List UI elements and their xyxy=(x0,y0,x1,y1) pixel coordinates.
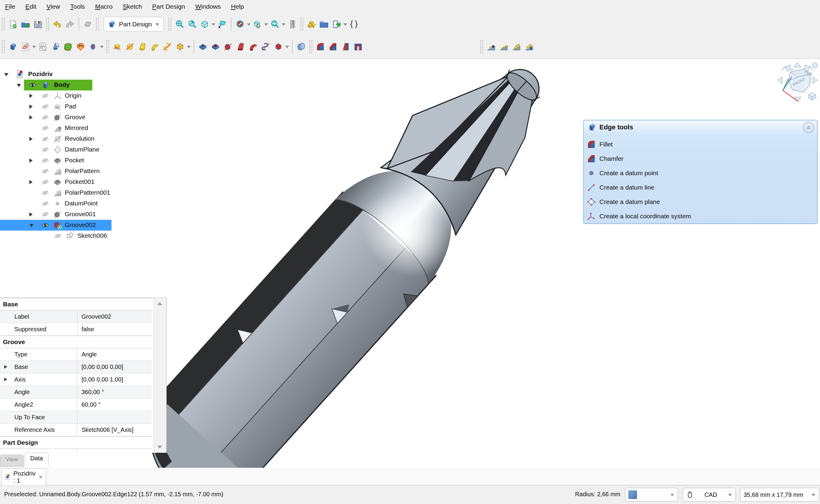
pocket-button[interactable] xyxy=(196,39,209,55)
nav-mini-cube[interactable] xyxy=(809,93,816,100)
validate-sketch-button[interactable] xyxy=(37,39,49,55)
tree-item-datumplane[interactable]: DatumPlane xyxy=(0,144,168,155)
navigation-style-selector[interactable]: CAD xyxy=(683,488,736,502)
navigation-cube[interactable]: TOP FRONT xyxy=(775,61,820,106)
tree-item-groove001[interactable]: Groove001 xyxy=(0,209,168,220)
additive-helix-button[interactable] xyxy=(161,39,174,55)
property-value[interactable]: Angle xyxy=(77,348,152,361)
new-document-button[interactable] xyxy=(7,16,19,32)
tree-item-pocket[interactable]: Pocket xyxy=(0,155,168,166)
expression-editor-button[interactable] xyxy=(348,16,360,32)
tree-item-pocket001[interactable]: Pocket001 xyxy=(0,177,168,187)
property-value[interactable]: false xyxy=(77,323,152,335)
property-value[interactable]: [0,00 0,00 1,00] xyxy=(77,373,152,386)
property-value[interactable] xyxy=(77,411,152,423)
measure-button[interactable] xyxy=(286,16,299,32)
expander-icon[interactable] xyxy=(29,180,33,184)
property-value[interactable]: Groove002 xyxy=(77,311,152,323)
nav-arrow-left[interactable] xyxy=(777,77,782,84)
chevron-down-icon[interactable] xyxy=(186,39,191,55)
style-selector[interactable] xyxy=(625,488,678,502)
additive-loft-button[interactable] xyxy=(136,39,149,55)
chamfer-tool-item[interactable]: Chamfer xyxy=(587,152,797,165)
chamfer-button[interactable] xyxy=(327,39,339,55)
redo-button[interactable] xyxy=(63,16,76,32)
polar-pattern-button[interactable] xyxy=(510,39,523,55)
shape-binder-button[interactable] xyxy=(62,39,74,55)
subtractive-helix-button[interactable] xyxy=(260,39,272,55)
menu-tools[interactable]: Tools xyxy=(65,0,90,13)
chevron-down-icon[interactable] xyxy=(281,16,286,32)
nav-cube-body[interactable]: TOP FRONT xyxy=(788,69,813,92)
document-tab-pozidriv[interactable]: Pozidriv : 1 xyxy=(1,468,46,485)
expander-icon[interactable] xyxy=(4,365,7,369)
chevron-down-icon[interactable] xyxy=(32,39,37,55)
draw-style-button[interactable] xyxy=(269,16,281,32)
group-button[interactable] xyxy=(318,16,330,32)
menu-view[interactable]: View xyxy=(41,0,65,13)
scroll-down-icon[interactable] xyxy=(157,446,162,449)
additive-pipe-button[interactable] xyxy=(149,39,161,55)
box-selection-button[interactable] xyxy=(251,16,264,32)
toolbar-grip[interactable] xyxy=(300,18,303,31)
boolean-button[interactable] xyxy=(295,39,308,55)
clipping-plane-button[interactable] xyxy=(234,16,246,32)
create-datum-line-item[interactable]: Create a datum line xyxy=(587,181,797,194)
mirrored-button[interactable] xyxy=(485,39,497,55)
revolution-button[interactable] xyxy=(123,39,136,55)
view-dimensions-selector[interactable]: 35,68 mm x 17,79 mm xyxy=(740,488,819,502)
toolbar-grip[interactable] xyxy=(480,40,483,53)
clone-button[interactable] xyxy=(74,39,87,55)
tab-view[interactable]: View xyxy=(0,455,24,467)
toolbar-grip[interactable] xyxy=(46,18,49,31)
create-datum-point-item[interactable]: Create a datum point xyxy=(587,167,797,180)
save-button[interactable] xyxy=(32,16,44,32)
menu-edit[interactable]: Edit xyxy=(20,0,41,13)
toolbar-grip[interactable] xyxy=(2,18,5,31)
property-value[interactable]: Sketch006 [V_Axis] xyxy=(77,424,152,436)
close-icon[interactable] xyxy=(39,474,43,480)
open-document-button[interactable] xyxy=(19,16,32,32)
toolbar-grip[interactable] xyxy=(309,40,312,53)
tree-item-mirrored[interactable]: Mirrored xyxy=(0,123,168,134)
nav-circle-button[interactable] xyxy=(812,63,818,68)
thickness-button[interactable] xyxy=(352,39,364,55)
scroll-up-icon[interactable] xyxy=(157,302,162,305)
property-value[interactable]: [0,00 0,00 0,00] xyxy=(77,361,152,373)
refresh-button[interactable] xyxy=(81,16,94,32)
tree-item-body[interactable]: Body xyxy=(0,80,168,90)
tree-item-revolution[interactable]: Revolution xyxy=(0,134,168,144)
expander-icon[interactable] xyxy=(4,73,8,76)
expander-icon[interactable] xyxy=(29,137,33,141)
toolbar-grip[interactable] xyxy=(168,18,171,31)
tree-item-polarpattern001[interactable]: PolarPattern001 xyxy=(0,187,168,198)
tree-item-pad[interactable]: Pad xyxy=(0,101,168,112)
nav-arrow-up[interactable] xyxy=(794,62,801,67)
fillet-button[interactable] xyxy=(314,39,327,55)
tree-item-sketch006[interactable]: Sketch006 xyxy=(0,231,168,241)
fillet-tool-item[interactable]: Fillet xyxy=(587,138,797,151)
menu-sketch[interactable]: Sketch xyxy=(118,0,147,13)
tree-item-datumpoint[interactable]: DatumPoint xyxy=(0,198,168,209)
toolbar-grip[interactable] xyxy=(2,40,5,53)
create-body-button[interactable] xyxy=(7,39,19,55)
tree-item-pozidriv[interactable]: Pozidriv xyxy=(0,69,168,80)
expander-icon[interactable] xyxy=(29,94,33,98)
make-link-button[interactable] xyxy=(330,16,343,32)
property-value[interactable]: 360,00 ° xyxy=(77,386,152,398)
chevron-down-icon[interactable] xyxy=(343,16,348,32)
draft-button[interactable] xyxy=(339,39,352,55)
expander-icon[interactable] xyxy=(4,378,7,381)
fit-selection-button[interactable] xyxy=(186,16,198,32)
chevron-down-icon[interactable] xyxy=(246,16,251,32)
menu-file[interactable]: File xyxy=(0,0,20,13)
menu-windows[interactable]: Windows xyxy=(190,0,226,13)
linear-pattern-button[interactable] xyxy=(497,39,510,55)
tree-item-origin[interactable]: Origin xyxy=(0,90,168,101)
property-group-base[interactable]: Base xyxy=(0,298,152,311)
menu-macro[interactable]: Macro xyxy=(90,0,117,13)
multitransform-button[interactable] xyxy=(523,39,535,55)
toolbar-grip[interactable] xyxy=(96,18,99,31)
additive-primitive-button[interactable] xyxy=(174,39,186,55)
expander-icon[interactable] xyxy=(29,115,33,119)
